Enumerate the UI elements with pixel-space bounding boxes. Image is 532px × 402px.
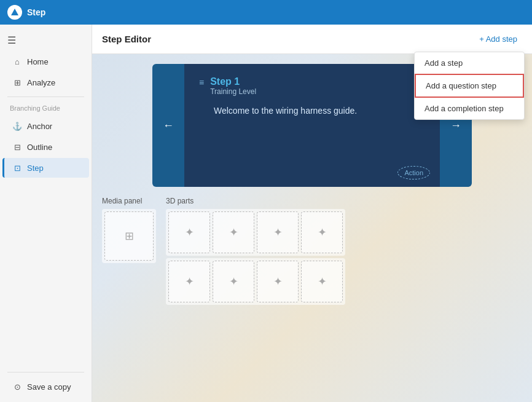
parts-panel-label: 3D parts	[166, 197, 345, 205]
dropdown-add-completion-step[interactable]: Add a completion step	[415, 98, 524, 119]
sidebar-divider-1	[7, 97, 84, 97]
sidebar-item-step[interactable]: ⊡ Step	[2, 158, 89, 178]
media-panel-section: Media panel ⊞	[102, 197, 156, 305]
step-card-meta: ≡ Step 1 Training Level	[199, 76, 425, 96]
sidebar-item-anchor[interactable]: ⚓ Anchor	[2, 116, 89, 136]
media-cell-1[interactable]: ⊞	[104, 211, 154, 261]
sidebar-item-analyze[interactable]: ⊞ Analyze	[2, 73, 89, 92]
part-cell-3[interactable]: ✦	[257, 211, 299, 253]
media-panel-grid: ⊞	[102, 209, 156, 263]
sidebar-item-outline[interactable]: ⊟ Outline	[2, 137, 89, 157]
outline-icon: ⊟	[12, 142, 22, 152]
save-icon: ⊙	[12, 382, 22, 392]
action-badge: Action	[397, 166, 430, 179]
sidebar-item-save-copy[interactable]: ⊙ Save a copy	[2, 377, 89, 396]
part-cell-8[interactable]: ✦	[301, 261, 343, 302]
step-card: ≡ Step 1 Training Level Welcome to the w…	[184, 64, 440, 187]
dropdown-add-question-step[interactable]: Add a question step	[415, 74, 524, 98]
step-card-list-icon: ≡	[199, 77, 204, 87]
panels-row: Media panel ⊞ 3D parts ✦ ✦ ✦	[102, 197, 345, 305]
anchor-icon: ⚓	[12, 121, 22, 131]
part-cell-2[interactable]: ✦	[213, 211, 254, 253]
app-icon	[7, 5, 22, 20]
sidebar-divider-2	[7, 372, 84, 372]
sidebar: ☰ ⌂ Home ⊞ Analyze Branching Guide ⚓ Anc…	[0, 25, 92, 402]
step-card-content: Welcome to the wiring harness guide.	[214, 106, 425, 116]
branching-guide-label: Branching Guide	[0, 101, 92, 116]
parts-grid-row1: ✦ ✦ ✦ ✦	[166, 209, 345, 256]
editor-header: Step Editor + Add step Add a step Add a …	[92, 25, 532, 54]
add-step-button[interactable]: + Add step	[474, 32, 522, 46]
analyze-icon: ⊞	[12, 77, 22, 87]
editor-title: Step Editor	[102, 34, 151, 44]
parts-panel-section: 3D parts ✦ ✦ ✦ ✦ ✦ ✦ ✦	[166, 197, 345, 305]
step-card-title: Step 1	[210, 76, 256, 87]
app-title: Step	[27, 7, 45, 17]
sidebar-item-home[interactable]: ⌂ Home	[2, 52, 89, 71]
part-cell-7[interactable]: ✦	[257, 261, 299, 302]
prev-step-button[interactable]: ←	[152, 64, 184, 187]
step-card-subtitle: Training Level	[210, 87, 256, 96]
step-nav-icon: ⊡	[12, 163, 22, 173]
svg-marker-0	[11, 9, 18, 15]
parts-grid-row2: ✦ ✦ ✦ ✦	[166, 258, 345, 305]
home-icon: ⌂	[12, 57, 22, 66]
titlebar: Step	[0, 0, 532, 25]
dropdown-add-step[interactable]: Add a step	[415, 52, 524, 74]
dropdown-menu: Add a step Add a question step Add a com…	[414, 52, 525, 120]
part-cell-4[interactable]: ✦	[301, 211, 343, 253]
part-cell-6[interactable]: ✦	[213, 261, 254, 302]
main-content: Step Editor + Add step Add a step Add a …	[92, 25, 532, 402]
hamburger-menu[interactable]: ☰	[0, 30, 92, 51]
part-cell-5[interactable]: ✦	[168, 261, 210, 302]
media-panel-label: Media panel	[102, 197, 156, 205]
part-cell-1[interactable]: ✦	[168, 211, 210, 253]
